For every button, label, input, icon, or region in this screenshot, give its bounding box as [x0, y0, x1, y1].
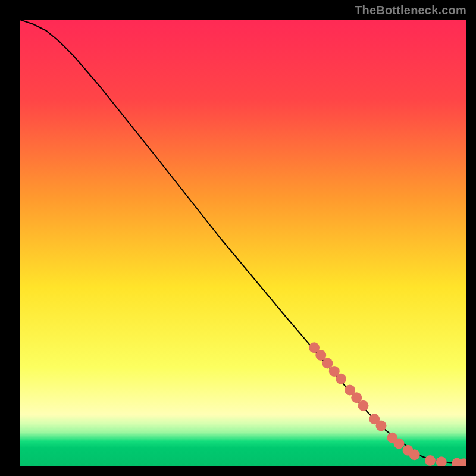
chart-svg	[20, 20, 466, 466]
gradient-background	[20, 20, 466, 466]
plot-area	[20, 20, 466, 466]
chart-stage: TheBottleneck.com	[0, 0, 476, 476]
data-point	[425, 455, 436, 466]
data-point	[409, 449, 420, 460]
data-point	[376, 421, 387, 431]
data-point	[394, 439, 405, 449]
watermark-text: TheBottleneck.com	[355, 4, 466, 17]
data-point	[358, 400, 369, 411]
data-point	[336, 374, 346, 384]
